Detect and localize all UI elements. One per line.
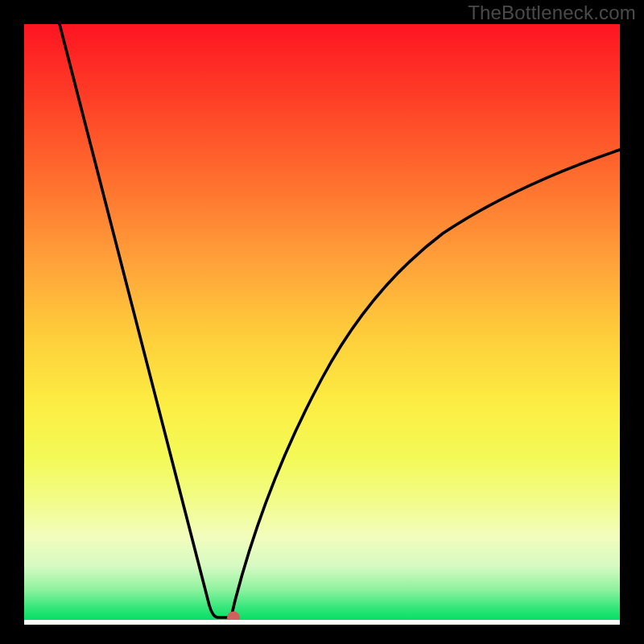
plot-area <box>24 24 620 620</box>
bottom-strip <box>24 620 620 625</box>
watermark-text: TheBottleneck.com <box>468 2 636 24</box>
bottleneck-curve <box>24 24 620 620</box>
curve-path <box>60 24 620 617</box>
minimum-marker <box>227 612 240 621</box>
chart-frame: TheBottleneck.com <box>0 0 644 644</box>
